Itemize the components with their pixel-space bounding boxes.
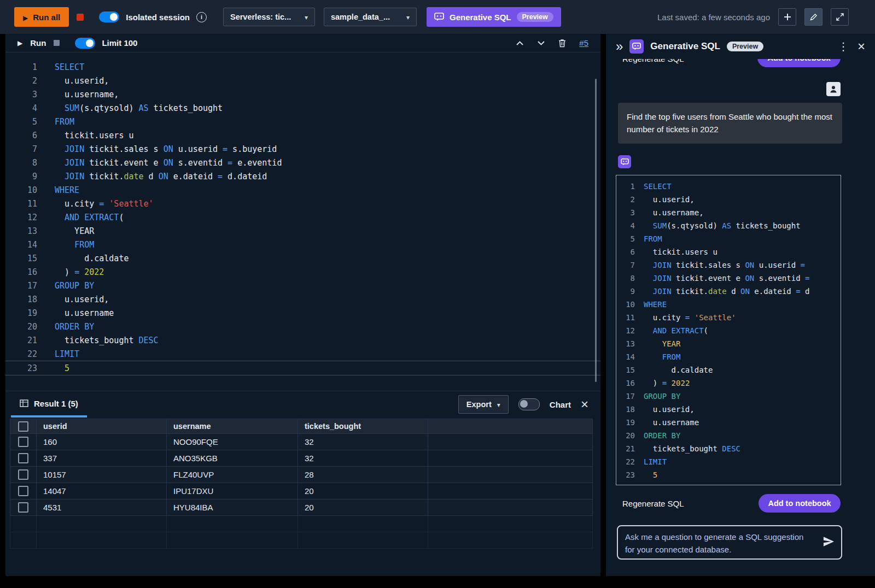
run-label[interactable]: Run <box>30 38 46 48</box>
line-number: 11 <box>620 313 635 322</box>
generative-sql-button[interactable]: Generative SQL Preview <box>427 7 561 27</box>
chat-scroll-area[interactable]: Regenerate SQL Add to notebook Find the … <box>606 59 875 576</box>
row-checkbox[interactable] <box>18 502 28 513</box>
row-checkbox[interactable] <box>18 486 28 496</box>
fullscreen-icon[interactable] <box>831 8 849 26</box>
line-number: 11 <box>5 199 37 209</box>
question-input[interactable] <box>618 526 841 558</box>
export-button[interactable]: Export <box>458 395 509 414</box>
top-toolbar: Run all Isolated session Serverless: tic… <box>0 0 875 34</box>
isolated-session-toggle[interactable] <box>99 11 119 22</box>
code-line[interactable]: 10WHERE <box>5 183 600 197</box>
sql-code-editor[interactable]: 1SELECT2 u.userid,3 u.username,4 SUM(s.q… <box>5 52 600 391</box>
code-line[interactable]: 4 SUM(s.qtysold) AS tickets_bought <box>5 101 600 115</box>
close-results-icon[interactable] <box>581 398 588 411</box>
code-line[interactable]: 18 u.userid, <box>5 292 600 306</box>
select-all-checkbox[interactable] <box>18 421 28 432</box>
code-line[interactable]: 9 JOIN tickit.date d ON e.dateid = d.dat… <box>5 169 600 183</box>
code-line: 1SELECT <box>620 180 837 193</box>
limit-toggle[interactable] <box>75 38 95 49</box>
trash-icon[interactable] <box>558 39 566 48</box>
chevron-down-icon <box>497 400 500 409</box>
line-number: 15 <box>5 254 37 263</box>
code-line[interactable]: 14 FROM <box>5 238 600 251</box>
chart-toggle[interactable] <box>518 398 540 410</box>
code-line[interactable]: 20ORDER BY <box>5 320 600 333</box>
previous-add-to-notebook-clipped[interactable]: Add to notebook <box>757 59 841 67</box>
stop-icon[interactable] <box>54 40 60 46</box>
code-line[interactable]: 15 d.caldate <box>5 251 600 265</box>
code-line: 21 tickets_bought DESC <box>620 442 837 455</box>
empty-cell <box>428 516 593 532</box>
run-all-button[interactable]: Run all <box>14 7 69 27</box>
code-line[interactable]: 8 JOIN tickit.event e ON s.eventid = e.e… <box>5 156 600 169</box>
edit-button[interactable] <box>804 8 822 26</box>
send-icon[interactable] <box>822 536 835 547</box>
chevron-up-icon[interactable] <box>516 40 524 46</box>
results-panel: Result 1 (5) Export Chart userid usernam… <box>5 391 600 576</box>
info-icon[interactable] <box>196 12 207 22</box>
regenerate-sql-link[interactable]: Regenerate SQL <box>622 499 684 508</box>
code-line: 4 SUM(s.qtysold) AS tickets_bought <box>620 219 837 232</box>
code-line: 14 FROM <box>620 350 837 363</box>
stop-all-icon[interactable] <box>77 14 84 21</box>
code-line[interactable]: 23 5 <box>5 361 600 375</box>
code-line[interactable]: 21 tickets_bought DESC <box>5 333 600 347</box>
code-line[interactable]: 3 u.username, <box>5 87 600 101</box>
row-checkbox[interactable] <box>18 469 28 480</box>
collapse-panel-icon[interactable] <box>616 40 623 53</box>
code-line: 15 d.caldate <box>620 363 837 377</box>
code-line: 20ORDER BY <box>620 429 837 442</box>
code-line: 6 tickit.users u <box>620 245 837 258</box>
chevron-down-icon <box>406 13 410 21</box>
generative-sql-panel: Generative SQL Preview Regenerate SQL Ad… <box>606 34 875 576</box>
column-header-username[interactable]: username <box>167 419 298 434</box>
kebab-menu-icon[interactable] <box>838 40 849 53</box>
close-panel-icon[interactable] <box>858 40 865 53</box>
code-line[interactable]: 1SELECT <box>5 60 600 74</box>
database-dropdown[interactable]: sample_data_... <box>324 8 417 26</box>
result-tab[interactable]: Result 1 (5) <box>11 391 87 418</box>
code-line[interactable]: 11 u.city = 'Seattle' <box>5 197 600 210</box>
serverless-dropdown[interactable]: Serverless: tic... <box>223 8 315 26</box>
code-line[interactable]: 12 AND EXTRACT( <box>5 210 600 224</box>
line-number: 12 <box>620 326 635 335</box>
add-tab-button[interactable] <box>778 8 796 26</box>
line-number: 6 <box>5 131 37 140</box>
table-row: 160NOO90FQE32 <box>10 434 593 450</box>
empty-cell <box>10 532 37 549</box>
line-number: 22 <box>5 349 37 359</box>
column-header-userid[interactable]: userid <box>37 419 167 434</box>
chevron-down-icon[interactable] <box>537 40 545 46</box>
editor-scrollbar[interactable] <box>595 79 597 382</box>
row-checkbox-cell <box>10 499 37 516</box>
row-checkbox[interactable] <box>18 453 28 463</box>
line-number: 22 <box>620 457 635 466</box>
column-header-tickets-bought[interactable]: tickets_bought <box>298 419 428 434</box>
code-line[interactable]: 2 u.userid, <box>5 74 600 87</box>
line-number: 1 <box>620 182 635 191</box>
play-icon <box>23 13 28 22</box>
code-line[interactable]: 6 tickit.users u <box>5 128 600 142</box>
tab-number-link[interactable]: #5 <box>579 38 588 48</box>
line-number: 19 <box>620 418 635 427</box>
code-line[interactable]: 19 u.username <box>5 306 600 320</box>
line-number: 19 <box>5 308 37 318</box>
line-number: 6 <box>620 248 635 256</box>
code-line[interactable]: 16 ) = 2022 <box>5 265 600 279</box>
line-number: 9 <box>5 172 37 181</box>
code-line[interactable]: 7 JOIN tickit.sales s ON u.userid = s.bu… <box>5 142 600 156</box>
code-line[interactable]: 13 YEAR <box>5 224 600 238</box>
row-checkbox-cell <box>10 483 37 499</box>
last-saved-status: Last saved: a few seconds ago <box>657 13 770 22</box>
code-line: 18 u.userid, <box>620 403 837 416</box>
line-number: 7 <box>5 144 37 154</box>
code-line[interactable]: 22LIMIT <box>5 347 600 361</box>
empty-cell <box>298 532 428 549</box>
add-to-notebook-button[interactable]: Add to notebook <box>759 494 841 513</box>
export-label: Export <box>466 400 492 409</box>
code-line[interactable]: 17GROUP BY <box>5 279 600 292</box>
code-line[interactable]: 5FROM <box>5 115 600 128</box>
row-checkbox[interactable] <box>18 437 28 447</box>
run-icon[interactable] <box>18 39 22 47</box>
